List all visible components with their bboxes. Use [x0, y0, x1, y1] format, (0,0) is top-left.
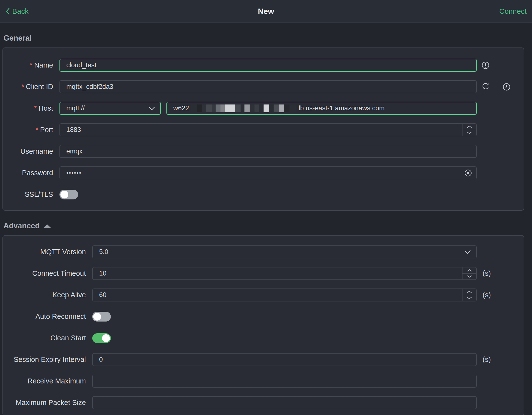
seconds-unit: (s) — [483, 269, 491, 277]
top-bar: Back New Connect — [0, 0, 532, 23]
host-row: *Host mqtt:// w622 lb.us-east-1.amazonaw… — [3, 102, 524, 115]
general-card: *Name *Client ID *Host — [2, 47, 524, 211]
advanced-card: MQTT Version 5.0 Connect Timeout — [2, 235, 524, 415]
keep-alive-stepper — [462, 289, 476, 301]
username-label: Username — [3, 147, 59, 155]
client-id-row: *Client ID — [3, 80, 524, 93]
keep-alive-row: Keep Alive (s) — [3, 288, 524, 301]
password-label: Password — [3, 169, 59, 177]
host-label: *Host — [3, 104, 59, 112]
back-label: Back — [12, 7, 29, 15]
clean-start-toggle[interactable] — [92, 333, 111, 343]
back-button[interactable]: Back — [5, 7, 29, 15]
ssl-row: SSL/TLS — [3, 188, 524, 201]
max-packet-size-label: Maximum Packet Size — [3, 399, 92, 407]
keep-alive-input[interactable] — [93, 289, 462, 301]
session-expiry-label: Session Expiry Interval — [3, 356, 92, 364]
password-input[interactable] — [60, 167, 464, 179]
name-label: *Name — [3, 61, 59, 69]
stepper-up-icon[interactable] — [463, 267, 476, 274]
max-packet-size-row: Maximum Packet Size — [3, 396, 524, 409]
required-marker: * — [22, 83, 24, 91]
stepper-up-icon[interactable] — [463, 289, 476, 295]
name-row: *Name — [3, 59, 524, 72]
mqtt-version-select[interactable]: 5.0 — [92, 245, 477, 258]
host-redaction — [191, 104, 296, 112]
clean-start-label: Clean Start — [3, 334, 92, 342]
clear-circle-icon[interactable] — [464, 169, 472, 177]
receive-maximum-row: Receive Maximum — [3, 375, 524, 388]
auto-reconnect-toggle[interactable] — [92, 312, 111, 322]
chevron-down-icon — [148, 106, 155, 111]
chevron-left-icon — [5, 7, 10, 15]
stepper-down-icon[interactable] — [463, 130, 476, 136]
seconds-unit: (s) — [483, 291, 491, 299]
port-label: *Port — [3, 126, 59, 134]
toggle-knob — [102, 334, 110, 342]
keep-alive-label: Keep Alive — [3, 291, 92, 299]
chevron-down-icon — [464, 250, 471, 254]
advanced-section-title[interactable]: Advanced — [3, 221, 532, 231]
seconds-unit: (s) — [483, 356, 491, 364]
toggle-knob — [93, 313, 101, 321]
username-row: Username — [3, 145, 524, 158]
client-id-label: *Client ID — [3, 83, 59, 91]
host-value-prefix: w622 — [173, 104, 189, 112]
mqtt-version-value: 5.0 — [99, 248, 108, 256]
page-title: New — [0, 7, 532, 16]
port-input[interactable] — [60, 124, 462, 136]
info-warning-icon — [481, 61, 490, 70]
auto-reconnect-label: Auto Reconnect — [3, 312, 92, 321]
clean-start-row: Clean Start — [3, 332, 524, 345]
connect-timeout-input-wrap — [92, 267, 477, 280]
connect-timeout-label: Connect Timeout — [3, 269, 92, 277]
session-expiry-input[interactable] — [92, 353, 477, 366]
advanced-section-label: Advanced — [3, 221, 40, 231]
host-input[interactable]: w622 lb.us-east-1.amazonaws.com — [166, 102, 477, 115]
port-stepper — [462, 124, 476, 136]
receive-maximum-input[interactable] — [92, 375, 477, 388]
password-input-wrap — [59, 166, 477, 179]
general-section-label: General — [3, 33, 32, 43]
required-marker: * — [36, 126, 38, 134]
ssl-toggle[interactable] — [59, 190, 78, 199]
connect-timeout-stepper — [462, 267, 476, 279]
connect-label: Connect — [499, 7, 527, 15]
general-section-title: General — [3, 33, 532, 43]
port-row: *Port — [3, 123, 524, 136]
connect-timeout-input[interactable] — [93, 267, 462, 279]
auto-reconnect-row: Auto Reconnect — [3, 310, 524, 323]
password-row: Password — [3, 166, 524, 179]
mqtt-version-row: MQTT Version 5.0 — [3, 245, 524, 258]
max-packet-size-input[interactable] — [92, 396, 477, 409]
connect-button[interactable]: Connect — [499, 7, 527, 15]
stepper-up-icon[interactable] — [463, 124, 476, 130]
stepper-down-icon[interactable] — [463, 274, 476, 280]
keep-alive-input-wrap — [92, 288, 477, 301]
collapse-triangle-icon — [44, 224, 51, 228]
toggle-knob — [60, 191, 68, 198]
username-input[interactable] — [59, 145, 477, 158]
client-id-input[interactable] — [59, 80, 477, 93]
port-input-wrap — [59, 123, 477, 136]
refresh-icon[interactable] — [481, 82, 490, 91]
mqtt-version-label: MQTT Version — [3, 248, 92, 256]
history-clock-icon[interactable] — [502, 82, 511, 91]
stepper-down-icon[interactable] — [463, 295, 476, 301]
host-value-suffix: lb.us-east-1.amazonaws.com — [299, 104, 385, 112]
protocol-select[interactable]: mqtt:// — [59, 102, 161, 115]
required-marker: * — [30, 61, 32, 69]
session-expiry-row: Session Expiry Interval (s) — [3, 353, 524, 366]
connect-timeout-row: Connect Timeout (s) — [3, 267, 524, 280]
required-marker: * — [34, 104, 37, 112]
receive-maximum-label: Receive Maximum — [3, 377, 92, 385]
protocol-value: mqtt:// — [66, 104, 85, 112]
name-input[interactable] — [59, 59, 477, 72]
ssl-label: SSL/TLS — [3, 190, 59, 198]
